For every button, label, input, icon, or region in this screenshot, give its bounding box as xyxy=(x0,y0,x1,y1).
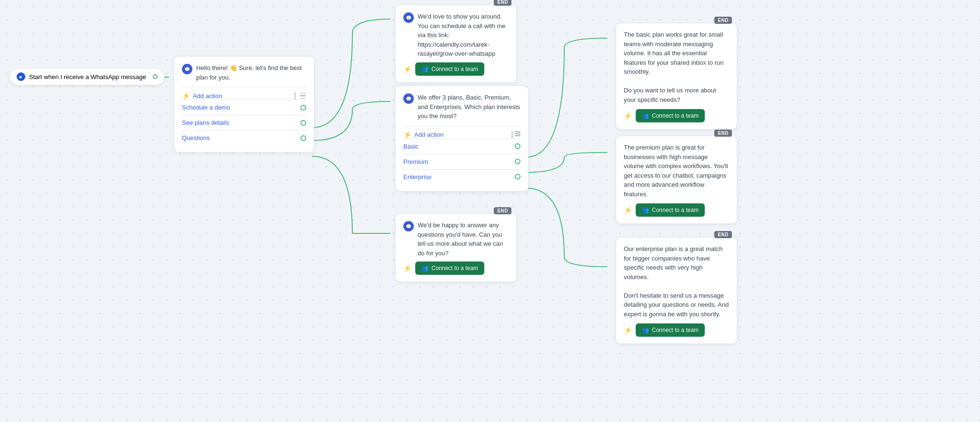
node-enterprise: END Our enterprise plan is a great match… xyxy=(616,237,737,344)
choice-premium-label: Premium xyxy=(403,158,428,165)
choice-questions[interactable]: Questions xyxy=(182,130,306,145)
end-badge-7: END xyxy=(714,231,732,238)
users-icon-6: 👥 xyxy=(642,207,649,213)
avatar-2: 💬 xyxy=(403,12,414,23)
end-badge-6: END xyxy=(714,130,732,137)
connect-label-6: Connect to a team xyxy=(652,207,699,213)
choice-premium-dot xyxy=(515,159,520,164)
choice-dot-1 xyxy=(300,105,306,111)
node-questions: END 💬 We'd be happy to answer any questi… xyxy=(395,213,517,282)
connect-btn-6[interactable]: 👥 Connect to a team xyxy=(636,203,705,217)
lightning-6: ⚡ xyxy=(624,206,632,214)
menu-dots-1 xyxy=(291,92,298,99)
msg-text-2: We'd love to show you around. You can sc… xyxy=(418,12,509,59)
menu-dots-3 xyxy=(511,131,513,138)
end-badge-2: END xyxy=(494,0,511,6)
add-action-bar-1[interactable]: ⚡ Add action xyxy=(182,87,306,100)
connect-btn-7[interactable]: 👥 Connect to a team xyxy=(636,323,705,337)
users-icon-7: 👥 xyxy=(642,327,649,333)
connect-btn-5[interactable]: 👥 Connect to a team xyxy=(636,109,705,122)
choice-plans[interactable]: See plans details xyxy=(182,115,306,130)
msg-text-4: We'd be happy to answer any questions yo… xyxy=(418,221,509,258)
lightning-7: ⚡ xyxy=(624,326,632,334)
connect-label-4: Connect to a team xyxy=(431,265,478,271)
avatar-4: 💬 xyxy=(403,221,414,231)
choice-enterprise-dot xyxy=(515,174,520,180)
choice-enterprise-label: Enterprise xyxy=(403,173,431,181)
choice-label-2: See plans details xyxy=(182,119,229,126)
msg-text-6: The premium plan is great for businesses… xyxy=(624,143,729,199)
node-premium: END The premium plan is great for busine… xyxy=(616,136,737,224)
avatar-3: 💬 xyxy=(403,93,414,104)
msg-text-1: Hello there! 👋 Sure, let's find the best… xyxy=(196,63,306,82)
end-badge-5: END xyxy=(714,17,732,24)
lightning-3: ⚡ xyxy=(403,131,411,139)
choice-basic-dot xyxy=(515,143,520,149)
users-icon-4: 👥 xyxy=(421,265,429,271)
add-action-label-3: Add action xyxy=(414,131,443,138)
action-row-7: ⚡ 👥 Connect to a team xyxy=(624,323,729,337)
connect-label-7: Connect to a team xyxy=(652,327,699,333)
lightning-icon-1: ⚡ xyxy=(182,92,190,100)
choice-premium[interactable]: Premium xyxy=(403,154,520,169)
choice-basic[interactable]: Basic xyxy=(403,139,520,154)
choice-dot-2 xyxy=(300,120,306,126)
node-plans: 💬 We offer 3 plans, Basic, Premium, and … xyxy=(395,86,529,191)
start-node[interactable]: ▶ Start when I receive a WhatsApp messag… xyxy=(10,68,165,85)
choice-enterprise[interactable]: Enterprise xyxy=(403,169,520,184)
choice-label-1: Schedule a demo xyxy=(182,104,230,111)
lightning-5: ⚡ xyxy=(624,112,632,120)
msg-text-7: Our enterprise plan is a great match for… xyxy=(624,244,729,319)
node-basic: END The basic plan works great for small… xyxy=(616,23,737,130)
users-icon-5: 👥 xyxy=(642,112,649,119)
action-row-6: ⚡ 👥 Connect to a team xyxy=(624,203,729,217)
add-action-bar-3[interactable]: ⚡ Add action xyxy=(403,126,520,139)
end-badge-4: END xyxy=(494,207,511,214)
start-dot xyxy=(153,74,158,79)
start-label: Start when I receive a WhatsApp message xyxy=(29,73,146,80)
menu-lines-1 xyxy=(300,92,306,99)
node-hello: 💬 Hello there! 👋 Sure, let's find the be… xyxy=(174,56,314,152)
lightning-4: ⚡ xyxy=(403,264,411,272)
users-icon-2: 👥 xyxy=(421,66,429,72)
msg-text-3: We offer 3 plans, Basic, Premium, and En… xyxy=(418,93,520,121)
connect-label-5: Connect to a team xyxy=(652,112,699,119)
choice-schedule[interactable]: Schedule a demo xyxy=(182,100,306,115)
action-row-2: ⚡ 👥 Connect to a team xyxy=(403,62,509,76)
connect-btn-2[interactable]: 👥 Connect to a team xyxy=(415,62,484,76)
node-demo: END 💬 We'd love to show you around. You … xyxy=(395,5,517,83)
choice-basic-label: Basic xyxy=(403,143,419,150)
choice-label-3: Questions xyxy=(182,134,210,141)
connect-label-2: Connect to a team xyxy=(431,66,478,72)
lightning-2: ⚡ xyxy=(403,65,411,73)
msg-text-5: The basic plan works great for small tea… xyxy=(624,30,729,104)
add-action-label-1: Add action xyxy=(193,92,222,100)
action-row-4: ⚡ 👥 Connect to a team xyxy=(403,261,509,275)
play-icon: ▶ xyxy=(17,72,25,81)
action-row-5: ⚡ 👥 Connect to a team xyxy=(624,109,729,122)
menu-lines-3 xyxy=(515,131,520,138)
connect-btn-4[interactable]: 👥 Connect to a team xyxy=(415,261,484,275)
avatar-1: 💬 xyxy=(182,64,192,74)
choice-dot-3 xyxy=(300,135,306,141)
